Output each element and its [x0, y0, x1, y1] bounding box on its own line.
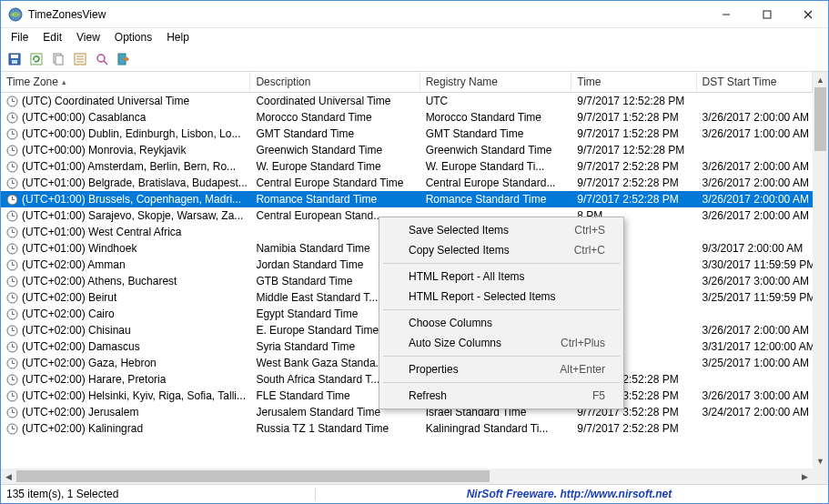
credit-link[interactable]: http://www.nirsoft.net [560, 488, 672, 500]
cell-registry: W. Europe Standard Ti... [420, 160, 572, 173]
cell-registry: Morocco Standard Time [420, 111, 572, 124]
menu-edit[interactable]: Edit [36, 30, 68, 45]
save-icon[interactable] [6, 51, 23, 67]
cell-timezone: (UTC+02:00) Kaliningrad [1, 422, 250, 435]
window-title: TimeZonesView [28, 8, 705, 21]
scroll-thumb-vertical[interactable] [814, 87, 826, 151]
table-row[interactable]: (UTC+00:00) Dublin, Edinburgh, Lisbon, L… [1, 126, 813, 142]
horizontal-scrollbar[interactable]: ◀ ▶ [1, 469, 813, 484]
copy-icon[interactable] [50, 51, 66, 67]
column-header-timezone[interactable]: Time Zone▴ [1, 72, 250, 92]
cell-registry: GMT Standard Time [420, 127, 572, 140]
context-menu-item[interactable]: RefreshF5 [381, 386, 622, 406]
cell-timezone: (UTC+00:00) Casablanca [1, 111, 250, 124]
cell-time: 9/7/2017 1:52:28 PM [571, 111, 696, 124]
cell-timezone: (UTC+01:00) Belgrade, Bratislava, Budape… [1, 176, 250, 189]
cell-dst: 3/26/2017 1:00:00 AM [697, 127, 813, 140]
menu-options[interactable]: Options [108, 30, 158, 45]
scroll-thumb-horizontal[interactable] [16, 470, 490, 482]
window-controls [705, 1, 828, 27]
svg-rect-2 [763, 11, 771, 18]
cell-timezone: (UTC+02:00) Cairo [1, 307, 250, 320]
cell-timezone: (UTC+01:00) Brussels, Copenhagen, Madri.… [1, 193, 250, 206]
table-row[interactable]: (UTC) Coordinated Universal TimeCoordina… [1, 93, 813, 109]
status-credit: NirSoft Freeware. http://www.nirsoft.net [316, 488, 823, 500]
menubar: File Edit View Options Help [1, 28, 828, 46]
cell-dst: 3/31/2017 12:00:00 AM [697, 340, 813, 353]
menu-separator [383, 309, 620, 310]
table-row[interactable]: (UTC+01:00) Belgrade, Bratislava, Budape… [1, 175, 813, 191]
column-header-description[interactable]: Description [250, 72, 420, 92]
column-header-time[interactable]: Time [571, 72, 696, 92]
context-menu-item[interactable]: PropertiesAlt+Enter [381, 359, 622, 379]
context-menu-item[interactable]: Copy Selected ItemsCtrl+C [381, 240, 622, 260]
cell-dst: 3/26/2017 2:00:00 AM [697, 209, 813, 222]
exit-icon[interactable] [116, 51, 132, 67]
cell-dst: 3/25/2017 1:00:00 AM [697, 357, 813, 369]
find-icon[interactable] [94, 51, 110, 67]
cell-description: W. Europe Standard Time [250, 160, 420, 173]
column-header-dst[interactable]: DST Start Time [697, 72, 813, 92]
menu-separator [383, 356, 620, 357]
scroll-down-icon[interactable]: ▼ [813, 453, 828, 469]
context-menu-item[interactable]: Auto Size ColumnsCtrl+Plus [381, 333, 622, 353]
menu-view[interactable]: View [70, 30, 106, 45]
menu-help[interactable]: Help [160, 30, 196, 45]
menu-file[interactable]: File [5, 30, 35, 45]
scroll-right-icon[interactable]: ▶ [797, 469, 813, 484]
cell-timezone: (UTC+01:00) West Central Africa [1, 226, 250, 238]
cell-timezone: (UTC+02:00) Harare, Pretoria [1, 373, 250, 386]
cell-time: 9/7/2017 2:52:28 PM [571, 193, 696, 206]
cell-dst: 3/26/2017 2:00:00 AM [697, 111, 813, 124]
cell-time: 9/7/2017 12:52:28 PM [571, 95, 696, 107]
cell-timezone: (UTC+00:00) Dublin, Edinburgh, Lisbon, L… [1, 127, 250, 140]
context-menu-item[interactable]: Choose Columns [381, 313, 622, 333]
minimize-button[interactable] [705, 1, 746, 27]
table-row[interactable]: (UTC+01:00) Amsterdam, Berlin, Bern, Ro.… [1, 158, 813, 175]
column-header-row: Time Zone▴ Description Registry Name Tim… [1, 72, 813, 93]
context-menu-item[interactable]: HTML Report - All Items [381, 267, 622, 287]
svg-rect-6 [11, 55, 18, 58]
cell-timezone: (UTC+02:00) Chisinau [1, 324, 250, 337]
refresh-report-icon[interactable] [28, 51, 45, 67]
column-header-registry[interactable]: Registry Name [420, 72, 572, 92]
cell-time: 9/7/2017 12:52:28 PM [571, 144, 696, 156]
table-row[interactable]: (UTC+00:00) CasablancaMorocco Standard T… [1, 109, 813, 126]
scroll-left-icon[interactable]: ◀ [1, 469, 16, 484]
cell-dst: 3/26/2017 2:00:00 AM [697, 176, 813, 189]
cell-registry: Greenwich Standard Time [420, 144, 572, 156]
context-menu-item[interactable]: Save Selected ItemsCtrl+S [381, 220, 622, 240]
table-row[interactable]: (UTC+01:00) Brussels, Copenhagen, Madri.… [1, 191, 813, 207]
cell-timezone: (UTC+01:00) Sarajevo, Skopje, Warsaw, Za… [1, 209, 250, 222]
cell-registry: Kaliningrad Standard Ti... [420, 422, 572, 435]
titlebar: TimeZonesView [1, 1, 828, 28]
vertical-scrollbar[interactable]: ▲ ▼ [813, 72, 828, 469]
context-menu-item[interactable]: HTML Report - Selected Items [381, 287, 622, 307]
svg-rect-10 [56, 55, 63, 65]
cell-dst: 3/26/2017 2:00:00 AM [697, 193, 813, 206]
cell-timezone: (UTC+02:00) Gaza, Hebron [1, 357, 250, 369]
cell-time: 9/7/2017 2:52:28 PM [571, 160, 696, 173]
cell-timezone: (UTC+02:00) Jerusalem [1, 406, 250, 418]
cell-description: Greenwich Standard Time [250, 144, 420, 156]
table-row[interactable]: (UTC+02:00) KaliningradRussia TZ 1 Stand… [1, 420, 813, 437]
cell-timezone: (UTC+01:00) Amsterdam, Berlin, Bern, Ro.… [1, 160, 250, 173]
cell-timezone: (UTC+02:00) Damascus [1, 340, 250, 353]
cell-time: 9/7/2017 2:52:28 PM [571, 176, 696, 189]
toolbar [1, 46, 828, 72]
scroll-up-icon[interactable]: ▲ [813, 72, 828, 87]
cell-timezone: (UTC+02:00) Athens, Bucharest [1, 275, 250, 287]
cell-description: Romance Standard Time [250, 193, 420, 206]
table-row[interactable]: (UTC+00:00) Monrovia, ReykjavikGreenwich… [1, 142, 813, 158]
maximize-button[interactable] [746, 1, 787, 27]
svg-rect-8 [31, 54, 42, 65]
close-button[interactable] [787, 1, 828, 27]
cell-dst: 3/26/2017 3:00:00 AM [697, 275, 813, 287]
cell-timezone: (UTC+00:00) Monrovia, Reykjavik [1, 144, 250, 156]
menu-separator [383, 382, 620, 383]
scroll-corner [813, 469, 828, 484]
cell-description: Coordinated Universal Time [250, 95, 420, 107]
cell-timezone: (UTC+02:00) Amman [1, 258, 250, 271]
properties-icon[interactable] [72, 51, 88, 67]
cell-dst: 3/26/2017 3:00:00 AM [697, 389, 813, 402]
